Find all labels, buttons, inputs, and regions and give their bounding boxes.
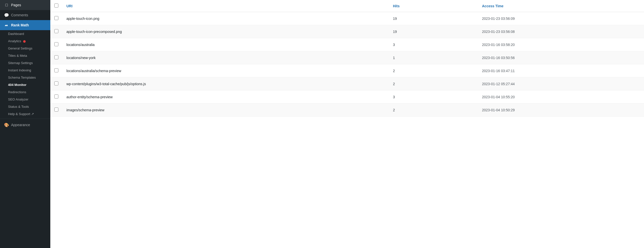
submenu-general-settings[interactable]: General Settings xyxy=(0,45,50,52)
row-uri: locations/australia/schema-preview xyxy=(62,64,389,77)
appearance-icon: 🎨 xyxy=(4,122,9,127)
row-access-time: 2023-01-16 03:50:56 xyxy=(478,51,644,64)
row-checkbox[interactable] xyxy=(54,42,58,46)
pages-icon: □ xyxy=(4,3,9,8)
table-row: locations/new-york 1 2023-01-16 03:50:56 xyxy=(50,51,644,64)
main-content: URI Hits Access Time apple-touch-icon.pn… xyxy=(50,0,644,248)
submenu-schema-templates[interactable]: Schema Templates xyxy=(0,74,50,81)
submenu-titles-meta[interactable]: Titles & Meta xyxy=(0,52,50,59)
sidebar-item-pages[interactable]: □ Pages xyxy=(0,0,50,10)
table-row: apple-touch-icon-precomposed.png 19 2023… xyxy=(50,25,644,38)
row-checkbox-cell xyxy=(50,25,62,38)
row-access-time: 2023-01-16 03:47:11 xyxy=(478,64,644,77)
submenu-help-support[interactable]: Help & Support ↗ xyxy=(0,110,50,118)
select-all-checkbox[interactable] xyxy=(54,4,58,8)
row-checkbox[interactable] xyxy=(54,108,58,112)
row-hits: 2 xyxy=(389,77,478,90)
sidebar-item-label: Rank Math xyxy=(11,23,29,27)
row-checkbox[interactable] xyxy=(54,94,58,98)
row-access-time: 2023-01-23 03:56:09 xyxy=(478,12,644,25)
row-checkbox-cell xyxy=(50,64,62,77)
row-checkbox[interactable] xyxy=(54,16,58,20)
sidebar-item-comments[interactable]: 💬 Comments xyxy=(0,10,50,20)
submenu-analytics[interactable]: Analytics xyxy=(0,37,50,45)
sidebar-item-label: Appearance xyxy=(11,123,30,127)
table-body: apple-touch-icon.png 19 2023-01-23 03:56… xyxy=(50,12,644,117)
row-hits: 2 xyxy=(389,104,478,117)
row-uri: locations/australia xyxy=(62,38,389,51)
row-access-time: 2023-01-23 03:56:08 xyxy=(478,25,644,38)
submenu-sitemap-settings[interactable]: Sitemap Settings xyxy=(0,59,50,67)
row-uri: images/schema-preview xyxy=(62,104,389,117)
row-checkbox-cell xyxy=(50,90,62,104)
rankmath-submenu: Dashboard Analytics General Settings Tit… xyxy=(0,30,50,118)
sidebar-item-label: Pages xyxy=(11,3,21,7)
row-checkbox-cell xyxy=(50,104,62,117)
rankmath-icon xyxy=(4,23,9,28)
header-hits[interactable]: Hits xyxy=(389,0,478,12)
row-uri: wp-content/plugins/w3-total-cache/pub/js… xyxy=(62,77,389,90)
row-hits: 2 xyxy=(389,64,478,77)
row-checkbox[interactable] xyxy=(54,81,58,85)
sidebar-divider xyxy=(0,119,50,119)
row-hits: 3 xyxy=(389,90,478,104)
submenu-instant-indexing[interactable]: Instant Indexing xyxy=(0,67,50,74)
header-uri[interactable]: URI xyxy=(62,0,389,12)
row-checkbox-cell xyxy=(50,38,62,51)
header-access-time[interactable]: Access Time xyxy=(478,0,644,12)
table-row: author-entity/schema-preview 3 2023-01-0… xyxy=(50,90,644,104)
row-checkbox-cell xyxy=(50,12,62,25)
row-checkbox[interactable] xyxy=(54,68,58,72)
table-row: apple-touch-icon.png 19 2023-01-23 03:56… xyxy=(50,12,644,25)
row-access-time: 2023-01-16 03:58:20 xyxy=(478,38,644,51)
row-hits: 19 xyxy=(389,12,478,25)
submenu-seo-analyzer[interactable]: SEO Analyzer xyxy=(0,96,50,103)
comments-icon: 💬 xyxy=(4,13,9,18)
sidebar-item-appearance[interactable]: 🎨 Appearance xyxy=(0,120,50,130)
submenu-404-monitor[interactable]: 404 Monitor xyxy=(0,81,50,88)
sidebar-item-rank-math[interactable]: Rank Math xyxy=(0,20,50,30)
table-row: images/schema-preview 2 2023-01-04 10:50… xyxy=(50,104,644,117)
404-monitor-table: URI Hits Access Time apple-touch-icon.pn… xyxy=(50,0,644,117)
row-hits: 19 xyxy=(389,25,478,38)
analytics-badge xyxy=(23,40,26,43)
row-checkbox[interactable] xyxy=(54,29,58,33)
table-row: locations/australia/schema-preview 2 202… xyxy=(50,64,644,77)
submenu-status-tools[interactable]: Status & Tools xyxy=(0,103,50,110)
row-uri: locations/new-york xyxy=(62,51,389,64)
row-access-time: 2023-01-04 10:50:29 xyxy=(478,104,644,117)
table-header-row: URI Hits Access Time xyxy=(50,0,644,12)
row-hits: 1 xyxy=(389,51,478,64)
row-uri: author-entity/schema-preview xyxy=(62,90,389,104)
row-uri: apple-touch-icon-precomposed.png xyxy=(62,25,389,38)
row-access-time: 2023-01-12 05:27:44 xyxy=(478,77,644,90)
table-row: locations/australia 3 2023-01-16 03:58:2… xyxy=(50,38,644,51)
table-row: wp-content/plugins/w3-total-cache/pub/js… xyxy=(50,77,644,90)
row-checkbox[interactable] xyxy=(54,55,58,59)
sidebar: □ Pages 💬 Comments Rank Math Dashboard A… xyxy=(0,0,50,248)
row-uri: apple-touch-icon.png xyxy=(62,12,389,25)
row-checkbox-cell xyxy=(50,51,62,64)
row-hits: 3 xyxy=(389,38,478,51)
submenu-dashboard[interactable]: Dashboard xyxy=(0,30,50,37)
header-checkbox-col xyxy=(50,0,62,12)
submenu-redirections[interactable]: Redirections xyxy=(0,88,50,96)
row-checkbox-cell xyxy=(50,77,62,90)
sidebar-item-label: Comments xyxy=(11,13,28,17)
row-access-time: 2023-01-04 10:55:20 xyxy=(478,90,644,104)
